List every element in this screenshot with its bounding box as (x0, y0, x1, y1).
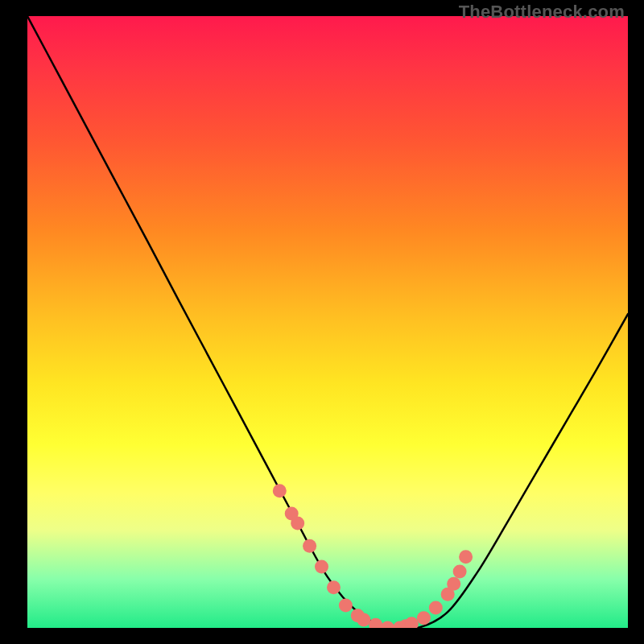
highlight-dot (447, 577, 460, 591)
highlight-dot (315, 560, 328, 574)
chart-frame: TheBottleneck.com (0, 0, 644, 644)
watermark-text: TheBottleneck.com (459, 2, 625, 23)
highlight-dots (273, 484, 473, 628)
highlight-dot (405, 617, 419, 628)
highlight-dot (327, 580, 341, 594)
highlight-dot (417, 611, 431, 625)
highlight-dot (273, 484, 287, 497)
highlight-dot (459, 550, 473, 564)
highlight-dot (369, 618, 382, 628)
bottleneck-curve (27, 16, 628, 628)
highlight-dot (357, 613, 370, 627)
highlight-dot (291, 517, 304, 530)
highlight-dot (339, 598, 353, 612)
highlight-dot (303, 539, 316, 553)
highlight-dot (429, 601, 443, 614)
highlight-dot (453, 565, 467, 579)
highlight-dot (381, 621, 394, 629)
curve-svg (27, 16, 628, 628)
plot-area (27, 16, 628, 628)
